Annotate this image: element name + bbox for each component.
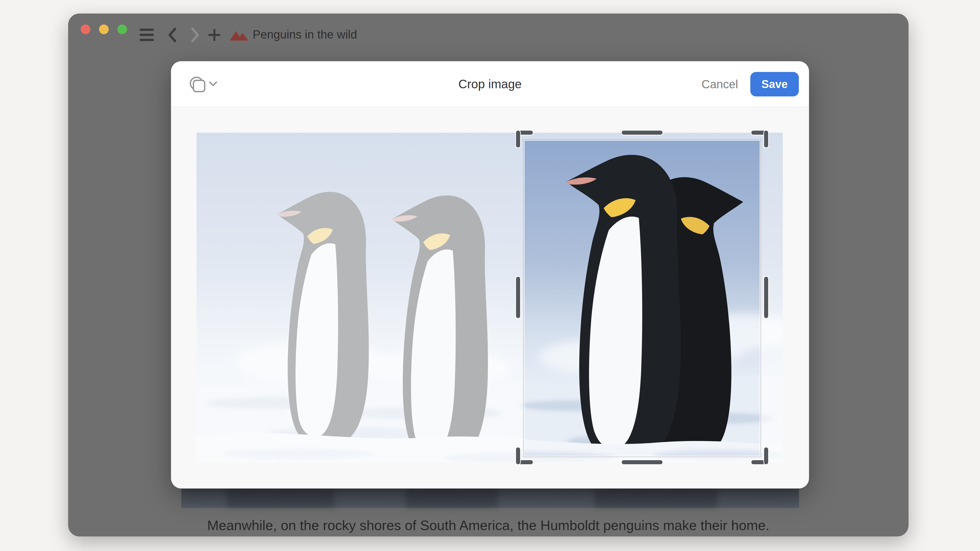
crop-selection[interactable] <box>524 140 760 457</box>
crop-handle-bottom-left-v[interactable] <box>516 448 520 464</box>
crop-image-modal: Crop image Cancel Save <box>171 61 809 489</box>
crop-handle-top-right-v[interactable] <box>764 130 768 148</box>
cancel-button[interactable]: Cancel <box>702 61 738 107</box>
crop-handle-bottom-right-v[interactable] <box>764 448 768 464</box>
crop-handle-left[interactable] <box>516 277 520 318</box>
add-icon[interactable] <box>208 29 220 41</box>
screen: Penguins in the wild Meanwhile, on the r… <box>0 0 980 551</box>
crop-handle-top-left-v[interactable] <box>516 130 520 148</box>
modal-header: Crop image Cancel Save <box>171 61 809 107</box>
crop-photo-area <box>197 133 783 462</box>
document-title: Penguins in the wild <box>253 27 357 42</box>
crop-handle-bottom[interactable] <box>622 460 662 464</box>
zoom-window-button[interactable] <box>118 24 127 34</box>
forward-icon[interactable] <box>191 27 200 42</box>
document-photo-strip <box>181 486 799 508</box>
close-window-button[interactable] <box>81 24 90 34</box>
crop-handle-right[interactable] <box>764 277 768 318</box>
back-icon[interactable] <box>168 27 177 42</box>
crop-handle-top[interactable] <box>622 130 662 135</box>
crop-dim-overlay-left <box>197 133 524 462</box>
hamburger-menu-icon[interactable] <box>140 29 154 41</box>
document-mountain-icon <box>230 30 248 41</box>
minimize-window-button[interactable] <box>99 24 109 34</box>
save-button[interactable]: Save <box>750 72 799 97</box>
document-caption: Meanwhile, on the rocky shores of South … <box>68 517 908 533</box>
